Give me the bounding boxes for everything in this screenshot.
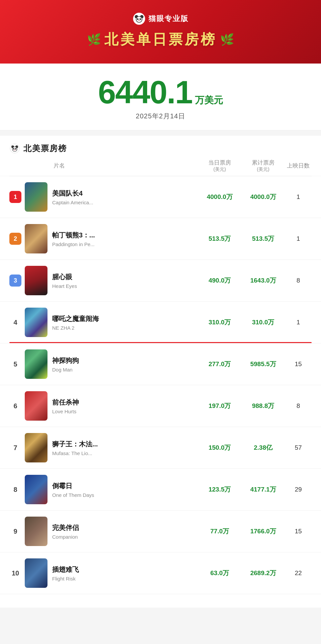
total-val-2: 513.5万: [241, 234, 285, 243]
movie-name-cn-4: 哪吒之魔童闹海: [52, 314, 198, 323]
movie-name-en-5: Dog Man: [52, 367, 198, 372]
main-title: 北美单日票房榜: [104, 30, 217, 49]
movie-name-cn-6: 前任杀神: [52, 398, 198, 407]
daily-val-4: 310.0万: [198, 318, 241, 327]
laurel-right: 🌿: [220, 34, 234, 45]
rank-plain-8: 8: [9, 484, 21, 496]
poster-6: [25, 391, 47, 421]
poster-3: [25, 266, 47, 295]
rank-badge-3: 3: [9, 275, 21, 287]
section-title: 北美票房榜: [23, 143, 67, 154]
poster-10: [25, 558, 47, 588]
movie-name-cn-8: 倒霉日: [52, 481, 198, 491]
movie-name-en-1: Captain America...: [52, 200, 198, 205]
movie-name-cn-9: 完美伴侣: [52, 523, 198, 532]
brand-text: 猫眼专业版: [148, 14, 189, 24]
total-val-3: 1643.0万: [241, 276, 285, 285]
svg-point-7: [138, 20, 140, 21]
col-total-header: 累计票房: [241, 159, 285, 167]
days-val-2: 1: [285, 235, 312, 242]
poster-text-10: [25, 558, 47, 588]
col-days-header: 上映日数: [287, 163, 310, 169]
poster-text-9: [25, 517, 47, 546]
bottom-padding: [0, 594, 321, 608]
days-val-3: 8: [285, 277, 312, 284]
movie-row-10: 10 插翅难飞 Flight Risk 63.0万 2689.2万 22: [0, 552, 321, 594]
red-underline: [9, 342, 312, 343]
rank-plain-6: 6: [9, 400, 21, 412]
total-val-4: 310.0万: [241, 318, 285, 327]
days-val-7: 57: [285, 444, 312, 451]
daily-val-5: 277.0万: [198, 360, 241, 368]
rank-plain-9: 9: [9, 525, 21, 537]
header-section: 猫眼专业版 🌿 北美单日票房榜 🌿: [0, 0, 321, 64]
movie-row-9: 9 完美伴侣 Companion 77.0万 1766.0万 15: [0, 511, 321, 552]
total-val-1: 4000.0万: [241, 193, 285, 201]
movie-name-cn-5: 神探狗狗: [52, 356, 198, 365]
poster-1: [25, 182, 47, 212]
total-val-7: 2.38亿: [241, 443, 285, 452]
col-daily-header: 当日票房: [198, 159, 241, 167]
poster-5: [25, 349, 47, 379]
movie-name-en-7: Mufasa: The Lio...: [52, 450, 198, 456]
days-val-10: 22: [285, 569, 312, 577]
col-name-header: 片名: [54, 163, 65, 169]
poster-text-2: [25, 224, 47, 253]
total-val-9: 1766.0万: [241, 527, 285, 536]
poster-2: [25, 224, 47, 253]
summary-section: 6440.1 万美元 2025年2月14日: [0, 64, 321, 130]
rank-plain-4: 4: [9, 316, 21, 328]
movie-info-10: 插翅难飞 Flight Risk: [47, 565, 198, 581]
svg-point-9: [140, 18, 141, 19]
unit-label: 万美元: [195, 94, 223, 107]
daily-val-3: 490.0万: [198, 276, 241, 285]
movie-name-cn-2: 帕丁顿熊3：...: [52, 231, 198, 240]
svg-point-16: [15, 148, 16, 150]
poster-4: [25, 308, 47, 337]
movie-row-1: 1 美国队长4 Captain America... 4000.0万 4000.…: [0, 176, 321, 218]
movie-info-3: 腥心眼 Heart Eyes: [47, 273, 198, 289]
movie-row-8: 8 倒霉日 One of Them Days 123.5万 4177.1万 29: [0, 469, 321, 511]
brand-row: 猫眼专业版: [0, 12, 321, 25]
rank-plain-7: 7: [9, 442, 21, 454]
movie-name-cn-10: 插翅难飞: [52, 565, 198, 574]
svg-point-5: [137, 18, 139, 20]
svg-point-6: [140, 18, 141, 20]
movie-row-6: 6 前任杀神 Love Hurts 197.0万 988.8万 8: [0, 385, 321, 427]
movie-info-8: 倒霉日 One of Them Days: [47, 481, 198, 498]
section-panda-icon: [9, 143, 20, 154]
days-val-6: 8: [285, 402, 312, 410]
section-header: 北美票房榜: [0, 136, 321, 154]
daily-val-10: 63.0万: [198, 569, 241, 577]
svg-point-15: [13, 148, 14, 150]
poster-text-3: [25, 266, 47, 295]
movie-info-2: 帕丁顿熊3：... Paddington in Pe...: [47, 231, 198, 247]
movie-name-cn-7: 狮子王：木法...: [52, 440, 198, 449]
svg-point-8: [138, 18, 138, 19]
movie-row-4: 4 哪吒之魔童闹海 NE ZHA 2 310.0万 310.0万 1: [0, 302, 321, 343]
total-val-6: 988.8万: [241, 402, 285, 410]
movie-name-en-3: Heart Eyes: [52, 283, 198, 289]
poster-text-4: [25, 308, 47, 337]
movie-name-cn-1: 美国队长4: [52, 189, 198, 198]
total-val-10: 2689.2万: [241, 569, 285, 577]
rank-plain-5: 5: [9, 358, 21, 370]
laurel-left: 🌿: [87, 34, 101, 45]
poster-8: [25, 475, 47, 504]
table-header: 片名 当日票房 (美元) 累计票房 (美元) 上映日数: [0, 154, 321, 176]
poster-text-7: [25, 433, 47, 462]
movie-info-6: 前任杀神 Love Hurts: [47, 398, 198, 414]
col-total-sub: (美元): [241, 167, 285, 173]
movie-info-7: 狮子王：木法... Mufasa: The Lio...: [47, 440, 198, 456]
daily-val-7: 150.0万: [198, 443, 241, 452]
title-row: 🌿 北美单日票房榜 🌿: [0, 30, 321, 49]
movies-list: 1 美国队长4 Captain America... 4000.0万 4000.…: [0, 176, 321, 594]
poster-text-5: [25, 349, 47, 379]
days-val-9: 15: [285, 528, 312, 535]
movie-name-cn-3: 腥心眼: [52, 273, 198, 282]
movie-row-3: 3 腥心眼 Heart Eyes 490.0万 1643.0万 8: [0, 260, 321, 302]
movie-name-en-9: Companion: [52, 534, 198, 540]
total-val-8: 4177.1万: [241, 485, 285, 494]
days-val-4: 1: [285, 319, 312, 326]
days-val-1: 1: [285, 193, 312, 201]
